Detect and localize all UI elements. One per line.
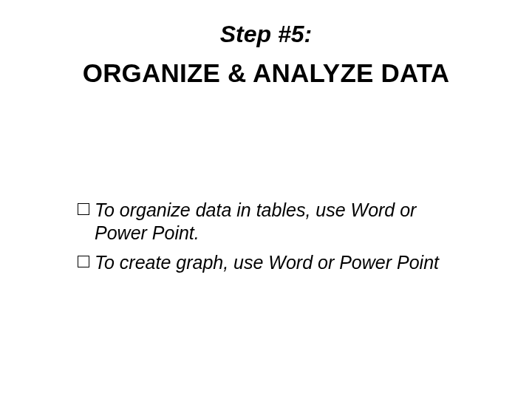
slide-title: ORGANIZE & ANALYZE DATA (0, 58, 532, 88)
bullet-text: To create graph, use Word or Power Point (95, 251, 439, 274)
list-item: To organize data in tables, use Word or … (78, 199, 473, 245)
checkbox-bullet-icon (78, 203, 89, 215)
bullet-list: To organize data in tables, use Word or … (0, 199, 532, 274)
checkbox-bullet-icon (78, 256, 89, 267)
step-label: Step #5: (0, 21, 532, 48)
slide: Step #5: ORGANIZE & ANALYZE DATA To orga… (0, 0, 532, 399)
list-item: To create graph, use Word or Power Point (78, 251, 473, 274)
bullet-text: To organize data in tables, use Word or … (95, 199, 473, 245)
